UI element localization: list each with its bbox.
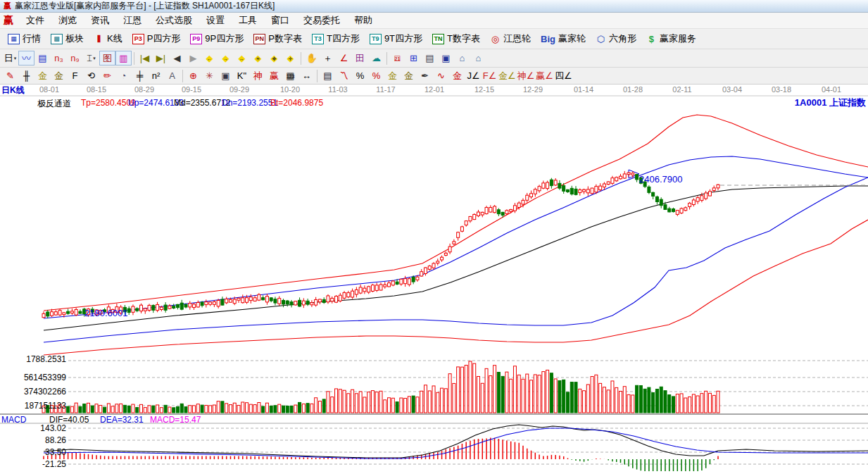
t-square-button[interactable]: T3T四方形 — [307, 31, 365, 46]
angle-four-icon[interactable]: 四∠ — [554, 68, 573, 83]
calculator-icon[interactable]: ⊞ — [405, 51, 422, 66]
k-quote-icon[interactable]: K" — [234, 68, 250, 83]
grid-123-icon[interactable]: ▦123 — [282, 68, 298, 83]
9t-square-button[interactable]: T99T四方形 — [365, 31, 427, 46]
goto-last-icon[interactable]: ▶| — [153, 51, 169, 66]
color-chart-icon[interactable]: ▥ — [115, 51, 132, 66]
n-squared-icon[interactable]: n² — [148, 68, 164, 83]
gold-lines-icon[interactable]: 金 — [401, 68, 417, 83]
diamond-left-icon[interactable]: ◆← — [201, 51, 218, 66]
prev-bar-icon[interactable]: ◀ — [169, 51, 185, 66]
red-chart-icon[interactable]: 图 — [99, 51, 115, 66]
menu-item-公式选股[interactable]: 公式选股 — [149, 13, 199, 28]
kline-button[interactable]: ⫴K线 — [89, 31, 127, 46]
symbol-label[interactable]: 1A0001 上证指数 — [795, 96, 866, 109]
next-bar-icon[interactable]: ▶ — [185, 51, 201, 66]
boxed-star-icon[interactable]: ▣ — [218, 68, 234, 83]
angle-shen-icon[interactable]: 神∠ — [517, 68, 536, 83]
circle-cross-icon[interactable]: ⊕ — [185, 68, 201, 83]
menu-item-工具[interactable]: 工具 — [232, 13, 264, 28]
calendar-icon[interactable]: □21 — [389, 51, 405, 66]
menu-item-文件[interactable]: 文件 — [19, 13, 51, 28]
menu-item-设置[interactable]: 设置 — [199, 13, 232, 28]
period-day-selector[interactable]: 日▾ — [2, 51, 18, 66]
gold-red-box-icon[interactable]: 金 — [449, 68, 465, 83]
a-line-icon[interactable]: A — [164, 68, 180, 83]
bars-3-icon[interactable]: n₃ — [51, 51, 67, 66]
goto-first-icon[interactable]: |◀ — [137, 51, 153, 66]
remote-pc-icon[interactable]: ⌂ — [454, 51, 470, 66]
diamond-move-icon[interactable]: ◆✛ — [282, 51, 298, 66]
gold-ruler1-icon[interactable]: 金 — [34, 68, 51, 83]
diamond-lr-icon[interactable]: ◆↔ — [234, 51, 250, 66]
market-quotes-button[interactable]: ▦行情 — [3, 31, 46, 46]
gold-circle-icon[interactable]: 金 — [384, 68, 401, 83]
angle-ying-icon[interactable]: 赢∠ — [535, 68, 554, 83]
angle-line-icon[interactable]: ∠ — [336, 51, 352, 66]
pan-hand-icon[interactable]: ✋ — [303, 51, 320, 66]
angle-gold-icon[interactable]: 金∠ — [498, 68, 517, 83]
goto-last-icon-glyph: ▶| — [156, 54, 165, 63]
candle-style-icon[interactable]: ⌶▾ — [83, 51, 99, 66]
menu-item-江恩[interactable]: 江恩 — [116, 13, 149, 28]
shen-ruler-icon[interactable]: 神 — [250, 68, 266, 83]
percent-line-icon[interactable]: % — [368, 68, 384, 83]
scale-ruler-icon[interactable]: ╫ — [18, 68, 34, 83]
percent-wave-icon[interactable]: 〽 — [336, 68, 352, 83]
h-span-icon-glyph: ↔ — [302, 71, 311, 80]
period-day-selector-dropdown-arrow: ▾ — [14, 56, 17, 61]
menu-item-浏览[interactable]: 浏览 — [51, 13, 84, 28]
pan-hand-icon-glyph: ✋ — [306, 54, 317, 63]
ink-pen-icon[interactable]: ✒ — [417, 68, 433, 83]
circle-ruler-icon[interactable]: ◔ — [115, 68, 132, 83]
angle-j-icon[interactable]: J∠ — [465, 68, 482, 83]
sectors-button[interactable]: ▩板块 — [46, 31, 89, 46]
menu-item-窗口[interactable]: 窗口 — [264, 13, 296, 28]
percent-icon[interactable]: % — [352, 68, 368, 83]
tick-wave-icon[interactable]: 〰 — [18, 51, 34, 66]
bars-9-icon[interactable]: n₉ — [67, 51, 83, 66]
shen-ruler-icon-glyph: 神 — [253, 71, 263, 80]
indicator-name[interactable]: 极反通道 — [37, 98, 71, 110]
dense-ruler-icon[interactable]: ╪ — [132, 68, 148, 83]
spiral-icon[interactable]: ⟲ — [83, 68, 99, 83]
t-number-table-button[interactable]: TNT数字表 — [427, 31, 485, 46]
winner-service-button[interactable]: $赢家服务 — [641, 31, 701, 46]
red-chart-icon-glyph: 图 — [103, 54, 112, 63]
menu-item-帮助[interactable]: 帮助 — [347, 13, 379, 28]
window-titlebar[interactable]: 赢 赢家江恩专业版[赢家内部服务平台] - [上证指数 SH1A0001-167… — [0, 0, 868, 13]
save-icon[interactable]: ▣ — [438, 51, 454, 66]
percent-wave-icon-glyph: 〽 — [339, 71, 348, 80]
p-square-button[interactable]: P3P四方形 — [127, 31, 186, 46]
hexagon-button[interactable]: ⬡六角形 — [591, 31, 641, 46]
macd-hist-value: MACD=15.47 — [150, 415, 201, 425]
9p-square-button[interactable]: P99P四方形 — [185, 31, 249, 46]
red-wave-icon[interactable]: ∿ — [433, 68, 449, 83]
h-span-icon[interactable]: ↔ — [298, 68, 315, 83]
ying-ruler-icon[interactable]: 赢 — [266, 68, 282, 83]
p-number-table-button[interactable]: PNP数字表 — [249, 31, 307, 46]
quote-list-icon[interactable]: ▤ — [34, 51, 51, 66]
winner-wheel-button[interactable]: Big赢家轮 — [536, 31, 591, 46]
fib-ruler-icon[interactable]: F — [67, 68, 83, 83]
star-rays-icon[interactable]: ✳ — [201, 68, 218, 83]
column-stats-icon[interactable]: ▤ — [320, 68, 336, 83]
thought-cloud-icon[interactable]: ☁ — [368, 51, 384, 66]
crosshair-icon[interactable]: ＋ — [320, 51, 336, 66]
angle-f-icon[interactable]: F∠ — [482, 68, 498, 83]
remote-pc2-icon[interactable]: ⌂ — [470, 51, 486, 66]
menu-item-交易委托[interactable]: 交易委托 — [296, 13, 347, 28]
save-icon-glyph: ▣ — [441, 54, 450, 63]
gann-wheel-button[interactable]: ◎江恩轮 — [485, 31, 536, 46]
diamond-cross-icon[interactable]: ◆✥ — [266, 51, 282, 66]
diamond-star-icon[interactable]: ◆✳ — [250, 51, 266, 66]
menu-item-资讯[interactable]: 资讯 — [84, 13, 116, 28]
pen-tool2-icon[interactable]: ✏ — [99, 68, 115, 83]
notes-icon[interactable]: ▤ — [422, 51, 438, 66]
diamond-right-icon[interactable]: ◆→ — [218, 51, 234, 66]
gold-ruler2-icon[interactable]: 金 — [51, 68, 67, 83]
gann-box-icon[interactable]: 田 — [352, 51, 368, 66]
percent-icon-glyph: % — [356, 71, 365, 80]
chart-area[interactable]: 08-0108-1508-2909-1509-2910-2011-0311-17… — [0, 85, 868, 474]
pen-tool-icon[interactable]: ✎ — [2, 68, 18, 83]
